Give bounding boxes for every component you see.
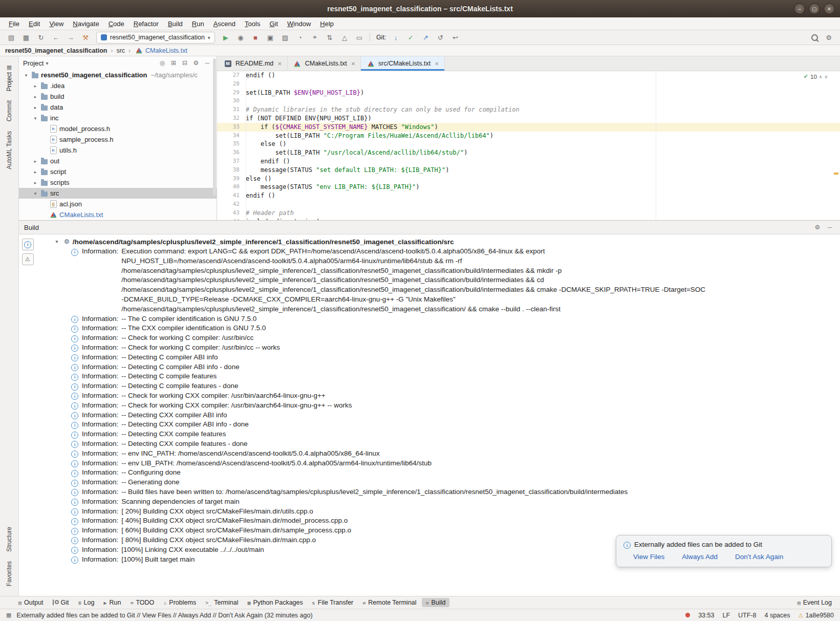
settings-icon[interactable]: ⚙ xyxy=(812,223,823,232)
chevron-down-icon[interactable]: ▾ xyxy=(53,239,61,244)
chevron-down-icon[interactable]: ▾ xyxy=(46,60,48,66)
tool-window-button-terminal[interactable]: >_Terminal xyxy=(201,598,242,607)
back-icon[interactable]: ← xyxy=(49,32,63,43)
prev-inspection-icon[interactable]: ∧ xyxy=(819,74,823,79)
ascend-icon[interactable]: △ xyxy=(337,32,352,43)
notification-action-always-add[interactable]: Always Add xyxy=(682,553,718,561)
breadcrumb-item-cmakelists-txt[interactable]: CMakeLists.txt xyxy=(134,47,187,54)
sync-files-icon[interactable]: ⇅ xyxy=(322,32,337,43)
stop-icon[interactable]: ■ xyxy=(248,32,263,43)
tool-window-switcher-icon[interactable]: ▦ xyxy=(6,612,11,618)
title-bar[interactable]: resnet50_imagenet_classification – src/C… xyxy=(0,0,840,17)
tab-cmakelists-txt[interactable]: CMakeLists.txt✕ xyxy=(288,56,361,71)
search-everywhere-icon[interactable] xyxy=(807,32,822,43)
breadcrumb-item-resnet50-imagenet-classification[interactable]: resnet50_imagenet_classification xyxy=(5,47,107,54)
tool-window-button-file-transfer[interactable]: ⇅File Transfer xyxy=(308,598,358,607)
tree-item-script[interactable]: ▸script xyxy=(19,166,217,177)
next-inspection-icon[interactable]: ∨ xyxy=(824,74,828,79)
line-ending[interactable]: LF xyxy=(722,612,730,619)
tool-window-button-problems[interactable]: ⚠Problems xyxy=(159,598,200,607)
terminal-icon[interactable]: ▭ xyxy=(352,32,367,43)
tool-window-button-output[interactable]: ▤Output xyxy=(14,598,48,607)
close-icon[interactable]: ✕ xyxy=(277,61,282,67)
stripe-tab-project[interactable]: ▦Project xyxy=(6,64,13,91)
menu-git[interactable]: Git xyxy=(265,19,283,29)
code-line[interactable]: 41endif () xyxy=(217,191,840,200)
tab-readme-md[interactable]: MREADME.md✕ xyxy=(218,56,288,71)
menu-view[interactable]: View xyxy=(45,19,68,29)
hide-icon[interactable]: ─ xyxy=(202,58,212,68)
tree-item-scripts[interactable]: ▸scripts xyxy=(19,177,217,188)
profiler-icon[interactable]: ◔ xyxy=(293,32,307,43)
tool-window-button-python-packages[interactable]: ▦Python Packages xyxy=(243,598,307,607)
menu-window[interactable]: Window xyxy=(283,19,315,29)
close-icon[interactable]: ✕ xyxy=(351,61,355,67)
code-line[interactable]: 39else () xyxy=(217,175,840,183)
run-configurations-icon[interactable]: ▣ xyxy=(263,32,277,43)
code-line[interactable]: 38 message(STATUS "set default LIB_PATH:… xyxy=(217,166,840,175)
encoding[interactable]: UTF-8 xyxy=(738,612,756,619)
code-line[interactable]: 27endif () xyxy=(217,71,840,80)
sync-icon[interactable]: ↻ xyxy=(34,32,48,43)
notification-action-don-t-ask-again[interactable]: Don't Ask Again xyxy=(735,553,783,561)
stripe-tab-automl-tasks[interactable]: AutoML Tasks xyxy=(6,131,13,169)
tree-item-model-process-h[interactable]: hmodel_process.h xyxy=(19,123,217,134)
error-stripe-mark[interactable] xyxy=(834,173,838,175)
breadcrumb-item-src[interactable]: src xyxy=(116,47,125,54)
build-root-node[interactable]: ▾ ⚙ /home/ascend/tag/samples/cplusplus/l… xyxy=(36,237,840,247)
menu-edit[interactable]: Edit xyxy=(24,19,45,29)
update-project-icon[interactable]: ↓ xyxy=(389,32,403,43)
menu-ascend[interactable]: Ascend xyxy=(209,19,240,29)
debug-icon[interactable]: ◉ xyxy=(233,32,248,43)
history-icon[interactable]: ↺ xyxy=(433,32,447,43)
hide-icon[interactable]: ─ xyxy=(825,223,835,232)
menu-help[interactable]: Help xyxy=(315,19,338,29)
status-message[interactable]: Externally added files can be added to G… xyxy=(16,612,312,619)
collapse-all-icon[interactable]: ⊟ xyxy=(180,58,190,68)
menu-tools[interactable]: Tools xyxy=(240,19,265,29)
tree-item-cmakelists-txt[interactable]: CMakeLists.txt xyxy=(19,209,217,220)
tree-item-idea[interactable]: ▸.idea xyxy=(19,80,217,91)
menu-navigate[interactable]: Navigate xyxy=(68,19,103,29)
tree-item-utils-h[interactable]: hutils.h xyxy=(19,145,217,156)
close-button[interactable]: ✕ xyxy=(824,3,835,14)
menu-build[interactable]: Build xyxy=(163,19,187,29)
minimize-button[interactable]: – xyxy=(794,3,805,14)
notification-balloon[interactable]: i Externally added files can be added to… xyxy=(616,535,832,568)
tool-window-button-todo[interactable]: ≡TODO xyxy=(126,598,158,607)
code-line[interactable]: 32if (NOT DEFINED ENV{NPU_HOST_LIB}) xyxy=(217,114,840,123)
run-icon[interactable]: ▶ xyxy=(219,32,233,43)
settings-icon[interactable]: ⚙ xyxy=(822,32,836,43)
save-all-icon[interactable]: ▦ xyxy=(19,32,33,43)
tree-item-data[interactable]: ▸data xyxy=(19,102,217,113)
code-line[interactable]: 29set(LIB_PATH $ENV{NPU_HOST_LIB}) xyxy=(217,89,840,97)
expand-all-icon[interactable]: ⊞ xyxy=(168,58,179,68)
code-line[interactable]: 35 else () xyxy=(217,140,840,148)
project-panel-title[interactable]: Project xyxy=(23,59,44,67)
code-line[interactable]: 36 set(LIB_PATH "/usr/local/Ascend/aclli… xyxy=(217,148,840,157)
code-line[interactable]: 33 if (${CMAKE_HOST_SYSTEM_NAME} MATCHES… xyxy=(217,123,840,132)
coverage-icon[interactable]: ▨ xyxy=(278,32,292,43)
code-line[interactable]: 42 xyxy=(217,200,840,209)
menu-code[interactable]: Code xyxy=(104,19,129,29)
tree-item-acl-json[interactable]: {}acl.json xyxy=(19,199,217,209)
notification-action-view-files[interactable]: View Files xyxy=(633,553,664,561)
settings-icon[interactable]: ⚙ xyxy=(191,58,201,68)
stripe-tab-structure[interactable]: Structure xyxy=(6,527,13,552)
stripe-tab-commit[interactable]: Commit xyxy=(6,100,13,121)
menu-file[interactable]: File xyxy=(4,19,24,29)
attach-icon[interactable]: ⌖ xyxy=(308,32,322,43)
forward-icon[interactable]: → xyxy=(63,32,78,43)
tool-window-button-event-log[interactable]: ▤Event Log xyxy=(793,598,836,607)
editor[interactable]: 27endif ()2829set(LIB_PATH $ENV{NPU_HOST… xyxy=(217,71,840,220)
push-icon[interactable]: ↗ xyxy=(418,32,433,43)
code-line[interactable]: 40 message(STATUS "env LIB_PATH: ${LIB_P… xyxy=(217,183,840,191)
project-selector[interactable]: resnet50_imagenet_classification ▾ xyxy=(96,32,215,44)
tree-scrollbar[interactable] xyxy=(213,58,216,196)
build-hammer-icon[interactable]: ⚒ xyxy=(78,32,93,43)
indent-style[interactable]: 4 spaces xyxy=(764,612,790,619)
maximize-button[interactable]: ▢ xyxy=(809,3,820,14)
tree-item-inc[interactable]: ▾inc xyxy=(19,113,217,123)
warning-filter-icon[interactable]: ⚠ xyxy=(22,253,34,265)
commit-icon[interactable]: ✓ xyxy=(403,32,418,43)
